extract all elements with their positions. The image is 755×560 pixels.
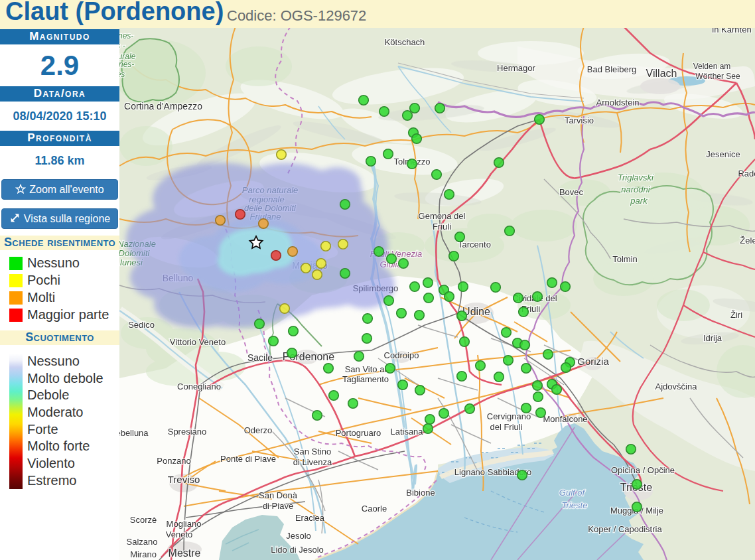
- svg-text:in Kärnten: in Kärnten: [712, 28, 751, 35]
- svg-text:Ponte di Piave: Ponte di Piave: [220, 454, 276, 464]
- svg-text:San Stino: San Stino: [294, 447, 331, 456]
- svg-text:Codroipo: Codroipo: [384, 350, 419, 360]
- svg-text:Gemona del: Gemona del: [419, 211, 466, 221]
- svg-text:Koper / Capodistria: Koper / Capodistria: [588, 524, 662, 534]
- svg-text:Jesolo: Jesolo: [286, 531, 311, 541]
- svg-text:Bovec: Bovec: [559, 187, 584, 197]
- svg-text:Bad Bleiberg: Bad Bleiberg: [587, 64, 636, 74]
- svg-text:Gorizia: Gorizia: [577, 356, 609, 367]
- svg-text:Scorzè: Scorzè: [130, 515, 157, 525]
- svg-text:del Friuli: del Friuli: [490, 422, 522, 432]
- svg-text:Ponzano: Ponzano: [157, 456, 190, 466]
- svg-text:Caorle: Caorle: [362, 504, 387, 514]
- svg-text:park: park: [630, 196, 648, 206]
- svg-text:narodni: narodni: [621, 184, 650, 194]
- svg-text:di Livenza: di Livenza: [293, 457, 332, 467]
- svg-text:Sedico: Sedico: [128, 320, 155, 330]
- svg-text:Monfalcone: Monfalcone: [543, 414, 587, 424]
- svg-text:Opicina / Opčine: Opicina / Opčine: [611, 465, 675, 475]
- svg-text:Lido di Jesolo: Lido di Jesolo: [271, 545, 324, 555]
- svg-text:Villach: Villach: [646, 68, 677, 79]
- svg-text:Kötschach: Kötschach: [385, 37, 425, 47]
- svg-text:Triglavski: Triglavski: [618, 173, 654, 182]
- svg-text:Sacile: Sacile: [247, 352, 273, 363]
- svg-text:Mirano: Mirano: [130, 549, 157, 559]
- svg-text:Tagliamento: Tagliamento: [342, 374, 389, 384]
- svg-text:Wörther See: Wörther See: [695, 72, 740, 81]
- svg-text:Trieste: Trieste: [562, 500, 588, 510]
- svg-text:Vittorio Veneto: Vittorio Veneto: [170, 337, 226, 347]
- svg-text:Tolmin: Tolmin: [612, 254, 638, 264]
- svg-text:Tarvisio: Tarvisio: [565, 115, 594, 125]
- svg-text:Žele: Žele: [740, 236, 755, 245]
- svg-text:Salzano: Salzano: [127, 537, 158, 547]
- svg-text:Cortina d'Ampezzo: Cortina d'Ampezzo: [124, 101, 202, 111]
- svg-text:ennes-: ennes-: [119, 60, 134, 69]
- svg-text:Velden am: Velden am: [693, 62, 731, 71]
- svg-text:es: es: [119, 70, 125, 79]
- svg-text:Arnoldstein: Arnoldstein: [596, 98, 639, 107]
- svg-text:San Donà: San Donà: [259, 490, 298, 500]
- svg-text:Veneto: Veneto: [166, 529, 193, 539]
- svg-text:Latisana: Latisana: [390, 427, 423, 437]
- svg-text:Spresiano: Spresiano: [168, 427, 207, 437]
- svg-text:Portogruaro: Portogruaro: [336, 428, 381, 438]
- svg-text:di Piave: di Piave: [263, 501, 293, 511]
- svg-text:ebelluna: ebelluna: [119, 428, 149, 438]
- svg-text:Mogliano: Mogliano: [167, 519, 202, 529]
- svg-text:Bibione: Bibione: [406, 488, 435, 498]
- svg-text:Idrija: Idrija: [703, 333, 722, 343]
- svg-text:Žiri: Žiri: [730, 310, 742, 320]
- svg-text:Mestre: Mestre: [169, 547, 201, 559]
- svg-text:s -: s -: [119, 41, 125, 50]
- svg-text:Jesenice: Jesenice: [706, 149, 740, 159]
- svg-text:Oderzo: Oderzo: [244, 425, 273, 435]
- svg-text:Friuli: Friuli: [433, 222, 451, 232]
- svg-text:Hermagor: Hermagor: [497, 63, 535, 73]
- svg-text:Rado: Rado: [738, 169, 755, 178]
- svg-text:San Vito al: San Vito al: [345, 364, 387, 374]
- svg-text:ennes-: ennes-: [119, 31, 133, 40]
- svg-text:Treviso: Treviso: [168, 474, 200, 485]
- svg-text:Gulf of: Gulf of: [559, 488, 586, 498]
- svg-text:Conegliano: Conegliano: [177, 382, 221, 391]
- svg-text:Eraclea: Eraclea: [295, 513, 325, 523]
- svg-text:Ajdovščina: Ajdovščina: [655, 382, 698, 391]
